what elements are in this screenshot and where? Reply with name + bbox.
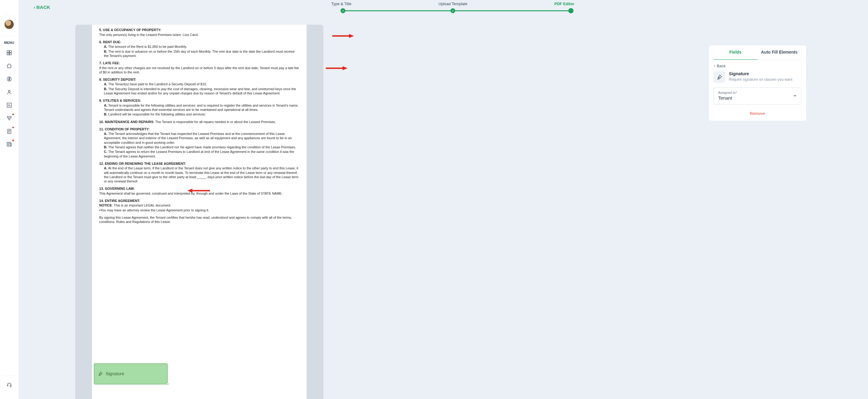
sec11-title: 11. CONDITION OF PROPERTY: <box>99 127 150 131</box>
sec9-a: Tenant is responsible for the following … <box>104 104 299 111</box>
brush-icon[interactable] <box>5 114 13 122</box>
menu-label: MENU <box>4 41 14 44</box>
sec7-title: 7. LATE FEE: <box>99 61 120 65</box>
svg-rect-1 <box>9 51 11 53</box>
notification-dot <box>12 139 14 141</box>
chevron-left-icon: ‹ <box>34 5 35 10</box>
annotation-arrow-tabs <box>332 33 354 40</box>
sec7-body: If the rent or any other charges are not… <box>99 66 300 75</box>
divider <box>3 36 16 36</box>
sec8-title: 8. SECURITY DEPOSIT: <box>99 78 136 81</box>
sec14-title: 14. ENTIRE AGREEMENT: <box>99 199 140 203</box>
sec6-title: 6. RENT DUE: <box>99 40 121 44</box>
svg-rect-0 <box>7 51 9 53</box>
avatar[interactable] <box>5 20 14 29</box>
sec10-body: The Tenant is responsible for all repair… <box>155 120 276 124</box>
news-icon[interactable] <box>5 140 13 148</box>
home-icon[interactable] <box>5 62 13 70</box>
sec12-title: 12. ENDING OR RENEWING THE LEASE AGREEME… <box>99 162 186 165</box>
sec6-b: The rent is due in advance on or before … <box>104 49 295 58</box>
sec11-a: The Tenant acknowledges that the Tenant … <box>104 132 292 144</box>
sec11-c: The Tenant agrees to return the Leased P… <box>104 150 294 158</box>
money-icon[interactable] <box>5 75 13 83</box>
sec5-title: 5. USE & OCCUPANCY OF PROPERTY: <box>99 28 161 32</box>
svg-rect-2 <box>7 53 9 55</box>
sec14-notice: : This is an important LEGAL document. <box>112 203 171 207</box>
document-viewport: 5. USE & OCCUPANCY OF PROPERTY: The only… <box>75 25 323 219</box>
notification-dot <box>12 127 14 129</box>
sec11-b: The Tenant agrees that neither the Landl… <box>108 145 296 149</box>
dashboard-icon[interactable] <box>5 49 13 57</box>
svg-point-5 <box>8 90 10 92</box>
person-icon[interactable] <box>5 88 13 96</box>
sec13-body: This Agreement shall be governed, constr… <box>99 191 300 196</box>
left-sidebar: MENU <box>0 0 19 220</box>
annotation-arrow-signature <box>326 65 348 72</box>
sec8-b: The Security Deposit is intended to pay … <box>104 87 296 95</box>
document-page[interactable]: 5. USE & OCCUPANCY OF PROPERTY: The only… <box>92 25 307 219</box>
closing-paragraph: By signing this Lease Agreement, the Ten… <box>99 215 300 220</box>
sec10-title: 10. MAINTENANCE AND REPAIRS: <box>99 120 155 124</box>
top-header: ‹ BACK Type & Title Upload Template PDF … <box>19 0 477 20</box>
step-node-2[interactable] <box>451 8 455 13</box>
sec6-a: The amount of the Rent is $1,050 to be p… <box>108 45 187 48</box>
sec9-title: 9. UTILITIES & SERVICES: <box>99 99 141 102</box>
sec8-a: The Tenant(s) have paid to the Landlord … <box>108 82 207 86</box>
editor-canvas: 5. USE & OCCUPANCY OF PROPERTY: The only… <box>19 20 477 220</box>
notification-dot <box>12 113 14 115</box>
sec12-a: At the end of the Lease term, if the Lan… <box>104 166 299 183</box>
sec14-bullet: •You may have an attorney review the Lea… <box>99 208 300 212</box>
step-label-2: Upload Template <box>439 2 467 6</box>
step-label-1: Type & Title <box>331 2 351 6</box>
sec9-b: Landlord will be responsible for the fol… <box>108 112 206 116</box>
stepper: Type & Title Upload Template PDF Editor <box>37 2 477 13</box>
logo-slot <box>4 5 14 15</box>
sec5-body: The only person(s) living in the Leased … <box>99 33 300 37</box>
sec13-title: 13. GOVERNING LAW: <box>99 187 135 190</box>
step-node-1[interactable] <box>341 8 345 13</box>
sec14-notice-label: NOTICE <box>99 203 112 207</box>
svg-rect-3 <box>9 53 11 55</box>
document-icon[interactable] <box>5 127 13 135</box>
chart-icon[interactable] <box>5 101 13 109</box>
svg-marker-14 <box>343 66 348 70</box>
svg-marker-12 <box>349 34 354 38</box>
